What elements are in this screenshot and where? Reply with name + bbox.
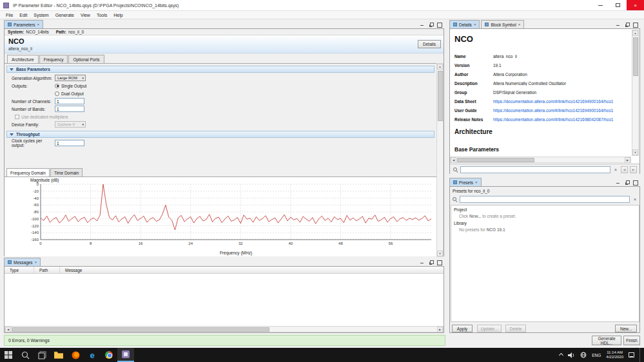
tab-presets[interactable]: Presets × xyxy=(449,178,482,186)
tab-parameters[interactable]: Parameters × xyxy=(4,20,43,28)
throughput-section-header[interactable]: Throughput xyxy=(6,131,434,138)
panel-maximize-icon[interactable] xyxy=(436,22,442,27)
tab-messages[interactable]: Messages × xyxy=(4,258,41,266)
messages-hscrollbar[interactable]: ◀ ▶ xyxy=(5,326,444,332)
tab-frequency[interactable]: Frequency xyxy=(39,55,68,63)
scrollbar-thumb[interactable] xyxy=(12,327,269,332)
clear-search-icon[interactable]: × xyxy=(612,166,619,173)
details-search-input[interactable] xyxy=(460,166,610,173)
details-vscrollbar[interactable]: ▲ ▼ xyxy=(632,30,639,156)
ip-parameter-editor-task-button[interactable] xyxy=(117,348,134,362)
details-button[interactable]: Details xyxy=(418,40,441,48)
parameters-scrollbar[interactable]: ▲ ▼ xyxy=(436,63,444,257)
task-view-button[interactable] xyxy=(34,348,50,362)
release-notes-link[interactable]: https://documentation.altera.com/#/link/… xyxy=(493,117,627,122)
scrollbar-thumb[interactable] xyxy=(633,37,638,76)
menu-tools[interactable]: Tools xyxy=(93,13,110,17)
network-icon[interactable] xyxy=(580,352,587,358)
details-hscrollbar[interactable]: ◀ ▶ xyxy=(450,157,631,163)
menu-help[interactable]: Help xyxy=(110,13,126,17)
panel-float-icon[interactable] xyxy=(624,22,629,27)
taskbar-search-button[interactable] xyxy=(17,348,34,362)
tab-block-symbol[interactable]: Block Symbol × xyxy=(481,20,524,28)
tab-details[interactable]: Details × xyxy=(449,20,480,28)
panel-maximize-icon[interactable] xyxy=(632,180,638,185)
scroll-down-icon[interactable]: ▼ xyxy=(437,251,443,256)
scroll-down-icon[interactable]: ▼ xyxy=(632,149,638,155)
scrollbar-thumb[interactable] xyxy=(438,71,443,121)
tree-item-project[interactable]: Project xyxy=(454,207,467,212)
panel-float-icon[interactable] xyxy=(428,22,433,27)
scroll-right-icon[interactable]: ▶ xyxy=(625,157,630,163)
start-button[interactable] xyxy=(0,348,17,362)
tab-frequency-domain[interactable]: Frequency Domain xyxy=(6,168,50,176)
panel-float-icon[interactable] xyxy=(428,260,433,265)
tree-item-library[interactable]: Library xyxy=(454,221,467,225)
chrome-button[interactable] xyxy=(101,348,117,362)
tab-optional-ports[interactable]: Optional Ports xyxy=(68,55,104,63)
new-button[interactable]: New... xyxy=(615,325,637,332)
close-button[interactable]: × xyxy=(627,0,644,10)
firefox-button[interactable] xyxy=(67,348,84,362)
update-button[interactable]: Update... xyxy=(477,325,502,332)
multipliers-checkbox[interactable] xyxy=(15,115,19,119)
action-center-button[interactable] xyxy=(629,352,634,357)
dual-output-radio[interactable] xyxy=(55,91,59,96)
search-previous-button[interactable]: ◀ xyxy=(621,166,628,173)
close-tab-icon[interactable]: × xyxy=(35,260,37,264)
column-type[interactable]: Type xyxy=(5,267,34,273)
scrollbar-thumb[interactable] xyxy=(457,158,534,162)
column-path[interactable]: Path xyxy=(34,267,60,273)
menu-edit[interactable]: Edit xyxy=(16,13,30,17)
menu-system[interactable]: System xyxy=(30,13,52,17)
presets-search-input[interactable] xyxy=(460,196,630,203)
scroll-up-icon[interactable]: ▲ xyxy=(437,64,443,70)
menu-generate[interactable]: Generate xyxy=(52,13,77,17)
tab-architecture[interactable]: Architecture xyxy=(7,55,39,63)
show-desktop-button[interactable] xyxy=(639,348,641,362)
scroll-left-icon[interactable]: ◀ xyxy=(5,327,11,332)
file-explorer-button[interactable] xyxy=(50,348,67,362)
column-message[interactable]: Message xyxy=(60,267,444,273)
tab-time-domain[interactable]: Time Domain xyxy=(50,168,83,176)
edge-button[interactable]: e xyxy=(84,348,101,362)
scroll-up-icon[interactable]: ▲ xyxy=(632,30,638,36)
close-tab-icon[interactable]: × xyxy=(475,180,478,184)
channels-input[interactable] xyxy=(55,98,84,104)
user-guide-link[interactable]: https://documentation.altera.com/#/link/… xyxy=(493,108,627,113)
close-tab-icon[interactable]: × xyxy=(474,23,476,26)
generate-hdl-button[interactable]: Generate HDL... xyxy=(592,336,621,345)
base-parameters-section-header[interactable]: Base Parameters xyxy=(6,66,434,73)
minimize-button[interactable] xyxy=(592,0,609,10)
delete-button[interactable]: Delete xyxy=(505,325,526,332)
bands-input[interactable] xyxy=(55,106,84,112)
volume-icon[interactable] xyxy=(568,352,575,358)
panel-maximize-icon[interactable] xyxy=(632,22,638,27)
panel-minimize-icon[interactable] xyxy=(616,22,621,27)
scroll-left-icon[interactable]: ◀ xyxy=(451,157,456,163)
panel-minimize-icon[interactable] xyxy=(420,22,425,27)
close-tab-icon[interactable]: × xyxy=(518,23,521,26)
search-next-button[interactable]: ▶ xyxy=(630,166,637,173)
finish-button[interactable]: Finish xyxy=(623,336,640,345)
language-indicator[interactable]: ENG xyxy=(592,353,601,357)
clear-search-icon[interactable]: × xyxy=(632,196,638,202)
hidden-icons-button[interactable] xyxy=(559,352,563,357)
panel-minimize-icon[interactable] xyxy=(420,260,425,265)
maximize-button[interactable] xyxy=(609,0,627,10)
apply-button[interactable]: Apply xyxy=(452,325,473,332)
taskbar-clock[interactable]: 11:14 AM 4/22/2020 xyxy=(606,350,623,360)
clock-cycles-input[interactable] xyxy=(55,140,84,146)
device-family-select[interactable]: Cyclone V ▼ xyxy=(55,121,86,128)
scroll-right-icon[interactable]: ▶ xyxy=(437,327,443,332)
menu-file[interactable]: File xyxy=(3,13,16,17)
generation-algorithm-select[interactable]: Large ROM ▼ xyxy=(55,75,86,81)
close-tab-icon[interactable]: × xyxy=(37,23,40,26)
panel-float-icon[interactable] xyxy=(624,180,629,185)
panel-maximize-icon[interactable] xyxy=(436,260,442,265)
data-sheet-link[interactable]: https://documentation.altera.com/#/link/… xyxy=(493,99,627,104)
panel-minimize-icon[interactable] xyxy=(616,180,621,185)
single-output-radio[interactable] xyxy=(55,84,59,88)
path-value: nco_ii_0 xyxy=(68,30,84,34)
menu-view[interactable]: View xyxy=(77,13,93,17)
